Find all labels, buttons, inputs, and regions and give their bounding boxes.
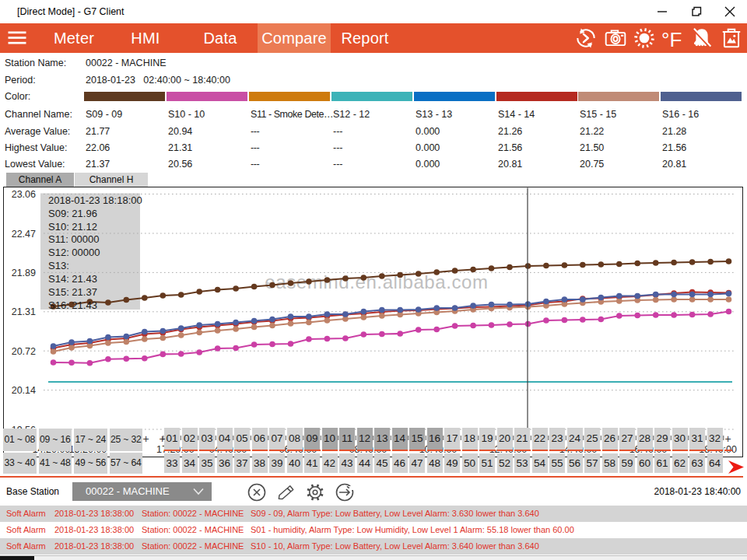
- svg-text:S16: 21.43: S16: 21.43: [48, 299, 97, 311]
- svg-text:23.06: 23.06: [12, 189, 36, 200]
- svg-text:S13:: S13:: [48, 260, 69, 271]
- svg-text:21.89: 21.89: [12, 268, 36, 278]
- svg-text:20.72: 20.72: [12, 346, 36, 357]
- svg-text:S14: 21.43: S14: 21.43: [48, 273, 97, 285]
- svg-text:22.47: 22.47: [12, 229, 36, 240]
- svg-text:S15: 21.37: S15: 21.37: [48, 286, 97, 298]
- svg-text:21.31: 21.31: [12, 306, 36, 317]
- svg-text:S09: 21.96: S09: 21.96: [48, 208, 97, 219]
- svg-text:S10: 21.12: S10: 21.12: [48, 221, 97, 233]
- svg-text:S11: 00000: S11: 00000: [48, 233, 100, 245]
- svg-text:S12: 00000: S12: 00000: [48, 247, 100, 258]
- svg-text:20.14: 20.14: [12, 385, 36, 396]
- svg-text:2018-01-23 18:18:00: 2018-01-23 18:18:00: [48, 194, 142, 206]
